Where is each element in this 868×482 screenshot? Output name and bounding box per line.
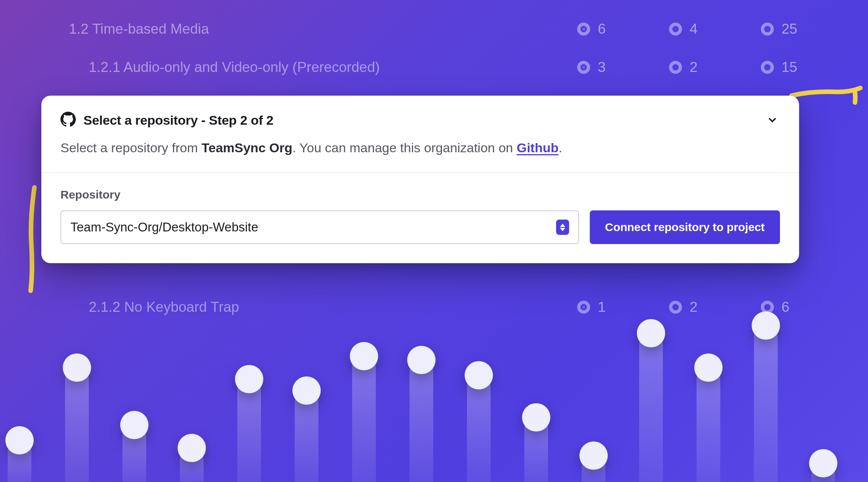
stat-value: 3: [598, 59, 606, 75]
stat-value: 25: [782, 21, 797, 37]
decorative-bar: [582, 455, 605, 482]
repository-select[interactable]: Team-Sync-Org/Desktop-Website: [60, 210, 579, 244]
warning-icon: [669, 23, 682, 36]
svg-rect-1: [675, 27, 676, 30]
decorative-bar: [524, 417, 548, 482]
decorative-bar: [352, 356, 376, 482]
decorative-bar: [237, 379, 261, 482]
decorative-bar: [697, 367, 720, 482]
decorative-bars: [0, 291, 868, 482]
card-description: Select a repository from TeamSync Org. Y…: [60, 138, 780, 157]
svg-rect-5: [675, 65, 676, 68]
stat-pass: 6: [761, 299, 799, 315]
audit-row: 1.2.1 Audio-only and Video-only (Prereco…: [0, 59, 868, 75]
decorative-bar: [8, 440, 31, 482]
svg-rect-9: [675, 305, 676, 308]
connect-repository-button[interactable]: Connect repository to project: [590, 210, 780, 244]
card-header: Select a repository - Step 2 of 2 Select…: [41, 96, 799, 173]
stat-pass: 15: [761, 59, 799, 75]
error-icon: [577, 301, 590, 314]
audit-row-title: 1.2 Time-based Media: [69, 21, 577, 37]
audit-row: 1.2 Time-based Media6425: [0, 21, 868, 37]
repository-select-value: Team-Sync-Org/Desktop-Website: [70, 220, 556, 234]
stat-value: 6: [598, 21, 606, 37]
stat-value: 2: [690, 299, 698, 315]
github-icon: [60, 112, 76, 129]
decorative-bar: [295, 390, 318, 482]
decorative-bar: [639, 333, 663, 482]
stat-pass: 25: [761, 21, 799, 37]
stat-value: 6: [782, 299, 790, 315]
warning-icon: [669, 61, 682, 74]
stat-err: 6: [577, 21, 615, 37]
audit-row-title: 2.1.2 No Keyboard Trap: [89, 299, 577, 315]
error-icon: [577, 23, 590, 36]
stat-warn: 2: [669, 59, 707, 75]
check-icon: [761, 301, 774, 314]
svg-rect-6: [675, 68, 676, 69]
check-icon: [761, 23, 774, 36]
decorative-bar: [410, 360, 433, 482]
stat-warn: 2: [669, 299, 707, 315]
svg-rect-2: [675, 30, 676, 31]
chevron-down-icon: [767, 114, 778, 126]
decorative-bar: [467, 375, 491, 482]
stat-err: 1: [577, 299, 615, 315]
audit-row-title: 1.2.1 Audio-only and Video-only (Prereco…: [89, 59, 577, 75]
stat-err: 3: [577, 59, 615, 75]
decorative-accent-right: [788, 77, 864, 107]
card-title: Select a repository - Step 2 of 2: [83, 113, 273, 128]
error-icon: [577, 61, 590, 74]
decorative-bar: [122, 425, 146, 482]
select-repository-card: Select a repository - Step 2 of 2 Select…: [41, 96, 799, 263]
stat-value: 15: [782, 59, 797, 75]
check-icon: [761, 61, 774, 74]
decorative-bar: [65, 367, 89, 482]
decorative-bar: [754, 325, 778, 482]
stat-value: 1: [598, 299, 606, 315]
repository-field-label: Repository: [60, 188, 780, 201]
stat-warn: 4: [669, 21, 707, 37]
collapse-toggle[interactable]: [765, 112, 780, 128]
svg-rect-10: [675, 308, 676, 309]
decorative-bar: [180, 448, 204, 482]
card-body: Repository Team-Sync-Org/Desktop-Website…: [41, 173, 799, 263]
select-stepper-icon: [556, 220, 569, 235]
github-link[interactable]: Github: [517, 140, 559, 155]
warning-icon: [669, 301, 682, 314]
audit-row: 2.1.2 No Keyboard Trap126: [0, 299, 868, 315]
decorative-bar: [811, 463, 835, 482]
stat-value: 4: [690, 21, 698, 37]
stat-value: 2: [690, 59, 698, 75]
